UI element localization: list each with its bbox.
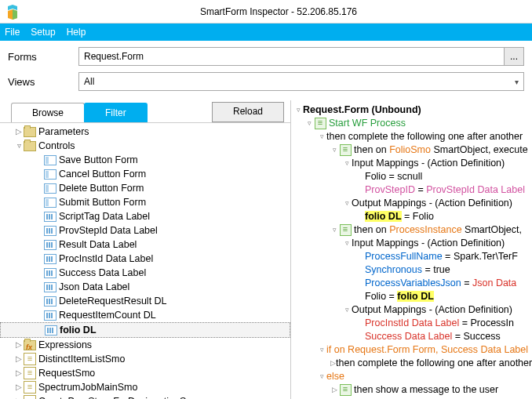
control-icon xyxy=(44,182,56,194)
tab-filter[interactable]: Filter xyxy=(84,103,148,122)
expand-icon[interactable]: ▷ xyxy=(14,394,24,399)
datalabel-icon xyxy=(44,295,56,307)
expand-icon[interactable]: ▷ xyxy=(14,352,24,366)
datalabel-icon xyxy=(45,324,57,336)
tree-item[interactable]: Cancel Button Form xyxy=(0,167,290,181)
tree-item[interactable]: RequestItemCount DL xyxy=(0,308,290,322)
smo-icon xyxy=(24,395,36,399)
rule-if[interactable]: if on Request.Form Form, Success Data La… xyxy=(326,343,528,357)
step-icon xyxy=(339,224,352,237)
collapse-icon[interactable]: ▿ xyxy=(343,157,352,170)
rule-line: Folio = scnull xyxy=(365,170,422,183)
expand-icon[interactable]: ▷ xyxy=(14,380,24,394)
chevron-down-icon: ▾ xyxy=(509,78,523,86)
rule-start[interactable]: Start WF Process xyxy=(329,117,406,130)
expressions-icon xyxy=(24,339,36,351)
tree-item[interactable]: Delete Button Form xyxy=(0,181,290,195)
left-pane: Browse Filter Reload ▷ Parameters ▿ Cont… xyxy=(0,100,291,399)
datalabel-icon xyxy=(44,224,56,237)
step-icon xyxy=(339,384,352,397)
folder-icon xyxy=(24,125,36,138)
collapse-icon[interactable]: ▿ xyxy=(318,343,326,357)
expand-icon[interactable]: ▷ xyxy=(330,357,336,370)
collapse-icon[interactable]: ▿ xyxy=(318,130,326,143)
tree-item[interactable]: Save Button Form xyxy=(0,153,290,167)
collapse-icon[interactable]: ▿ xyxy=(343,197,352,210)
tree-item[interactable]: Json Data Label xyxy=(0,280,290,294)
datalabel-icon xyxy=(44,238,56,251)
window-title: SmartForm Inspector - 52.206.85.176 xyxy=(25,6,532,17)
menu-setup[interactable]: Setup xyxy=(31,27,55,38)
rule-else[interactable]: else xyxy=(326,370,344,383)
forms-value: Request.Form xyxy=(79,51,504,62)
datalabel-icon xyxy=(44,210,56,223)
tree-smo[interactable]: ▷CreateProvStepsForDesignationSmo xyxy=(0,394,290,399)
views-label: Views xyxy=(8,76,78,88)
tree-item[interactable]: ProcInstId Data Label xyxy=(0,252,290,266)
tree-expressions[interactable]: ▷ Expressions xyxy=(0,338,290,352)
datalabel-icon xyxy=(44,252,56,265)
collapse-icon[interactable]: ▿ xyxy=(343,237,352,250)
forms-combo[interactable]: Request.Form ... xyxy=(78,47,524,66)
collapse-icon[interactable]: ▿ xyxy=(305,117,314,130)
views-value: All xyxy=(79,76,509,87)
tree-parameters[interactable]: ▷ Parameters xyxy=(0,125,290,139)
datalabel-icon xyxy=(44,281,56,293)
toolbar: Forms Request.Form ... Views All ▾ xyxy=(0,41,532,100)
tree-controls[interactable]: ▿ Controls xyxy=(0,139,290,153)
rule-line: folio DL = Folio xyxy=(365,210,434,223)
rule-line[interactable]: then on ProcessInstance SmartObject, xyxy=(354,223,522,237)
expand-icon[interactable]: ▷ xyxy=(14,366,24,380)
expand-icon[interactable]: ▷ xyxy=(14,125,24,139)
views-combo[interactable]: All ▾ xyxy=(78,72,524,91)
rule-line[interactable]: then on FolioSmo SmartObject, execute xyxy=(354,143,528,157)
tree-item[interactable]: Submit Button Form xyxy=(0,195,290,209)
menu-bar: File Setup Help xyxy=(0,24,532,41)
control-icon xyxy=(44,168,56,180)
tree-smo[interactable]: ▷DistinctItemListSmo xyxy=(0,352,290,366)
rule-line: Folio = folio DL xyxy=(365,290,434,303)
rule-line: Success Data Label = Success xyxy=(365,330,501,343)
tree-item[interactable]: DeleteRequestResult DL xyxy=(0,294,290,308)
tree-smo[interactable]: ▷RequestSmo xyxy=(0,366,290,380)
menu-help[interactable]: Help xyxy=(67,27,86,38)
tree-item-selected[interactable]: folio DL xyxy=(0,322,290,338)
rule-line: ProcessVariablesJson = Json Data xyxy=(365,277,516,290)
app-icon xyxy=(5,4,20,20)
rule-line: ProcInstId Data Label = ProcessIn xyxy=(365,317,514,330)
smo-icon xyxy=(24,353,36,365)
menu-file[interactable]: File xyxy=(5,27,20,38)
collapse-icon[interactable]: ▿ xyxy=(318,370,326,383)
rule-line: ProcessFullName = Spark.Ter\TerF xyxy=(365,250,518,263)
control-icon xyxy=(44,154,56,166)
collapse-icon[interactable]: ▿ xyxy=(343,303,352,317)
tree-item[interactable]: Success Data Label xyxy=(0,266,290,280)
step-icon xyxy=(339,144,352,157)
reload-button[interactable]: Reload xyxy=(212,102,284,122)
collapse-icon[interactable]: ▿ xyxy=(330,223,339,237)
tab-browse[interactable]: Browse xyxy=(11,103,85,122)
smo-icon xyxy=(24,381,36,394)
smo-icon xyxy=(24,367,36,379)
tree-smo[interactable]: ▷SpectrumJobMainSmo xyxy=(0,380,290,394)
rule-icon xyxy=(314,118,326,130)
tree-item[interactable]: Result Data Label xyxy=(0,238,290,252)
datalabel-icon xyxy=(44,309,56,321)
expand-icon[interactable]: ▷ xyxy=(330,383,339,397)
tree-item[interactable]: ProvStepId Data Label xyxy=(0,223,290,238)
tab-bar: Browse Filter Reload xyxy=(0,100,290,122)
control-icon xyxy=(44,196,56,209)
form-header: Request.Form (Unbound) xyxy=(303,103,421,117)
datalabel-icon xyxy=(44,267,56,279)
rule-line: ProvStepID = ProvStepId Data Label xyxy=(365,183,525,197)
folder-icon xyxy=(24,140,36,152)
forms-browse-button[interactable]: ... xyxy=(504,48,523,65)
collapse-icon[interactable]: ▿ xyxy=(294,103,303,117)
rules-tree[interactable]: ▿Request.Form (Unbound) ▿Start WF Proces… xyxy=(291,100,532,399)
expand-icon[interactable]: ▷ xyxy=(14,338,24,352)
rule-line: Synchronous = true xyxy=(365,263,450,277)
collapse-icon[interactable]: ▿ xyxy=(330,143,339,157)
controls-tree[interactable]: ▷ Parameters ▿ Controls Save Button Form… xyxy=(0,122,290,399)
tree-item[interactable]: ScriptTag Data Label xyxy=(0,209,290,223)
collapse-icon[interactable]: ▿ xyxy=(14,139,24,153)
